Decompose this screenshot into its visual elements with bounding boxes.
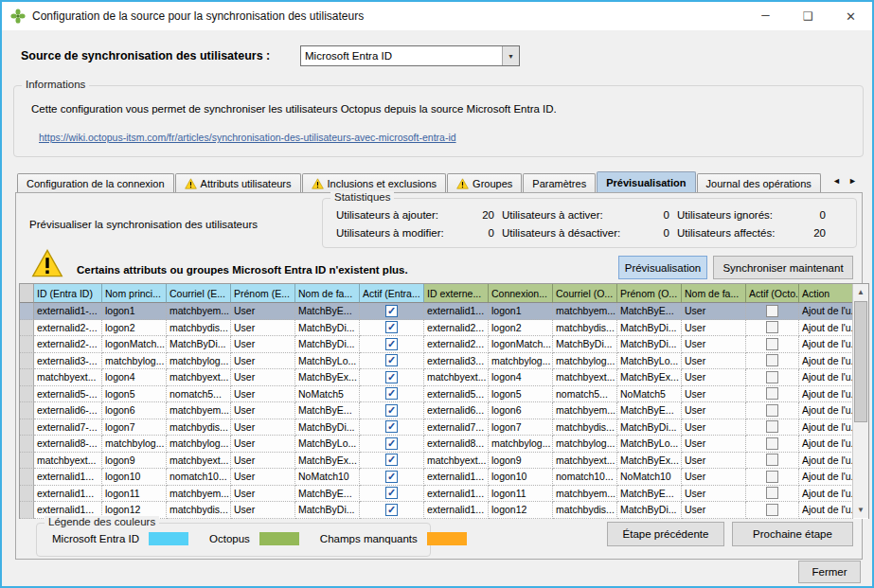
table-cell[interactable]: logon4	[489, 369, 553, 386]
table-cell[interactable]: externalid2-...	[34, 336, 102, 353]
table-cell[interactable]	[746, 453, 799, 470]
table-row-1[interactable]: externalid1-...logon1matchbyem...UserMat…	[20, 303, 868, 320]
table-cell[interactable]: User	[682, 469, 746, 486]
tab-configuration-de-la-connexion[interactable]: Configuration de la connexion	[17, 173, 174, 193]
table-cell[interactable]: MatchByE...	[617, 486, 682, 503]
source-select[interactable]: Microsoft Entra ID ▼	[300, 45, 520, 66]
table-cell[interactable]: matchbyext...	[424, 453, 489, 470]
table-cell[interactable]	[746, 353, 799, 370]
table-cell[interactable]: MatchByE...	[295, 303, 360, 320]
table-cell[interactable]: User	[682, 303, 746, 320]
column-header-action[interactable]: Action	[799, 284, 853, 303]
row-header[interactable]	[20, 453, 34, 470]
column-header-actif-entra[interactable]: Actif (Entra...	[360, 284, 424, 303]
table-cell[interactable]: User	[682, 336, 746, 353]
table-cell[interactable]: ✓	[360, 386, 424, 403]
table-cell[interactable]: User	[231, 303, 295, 320]
table-cell[interactable]	[746, 402, 799, 419]
table-cell[interactable]: Ajout de l'u...	[799, 353, 853, 370]
table-cell[interactable]: matchbylog...	[553, 436, 617, 453]
table-row-7[interactable]: externalid6-...logon6matchbyem...UserMat…	[20, 402, 868, 419]
table-cell[interactable]: logonMatch...	[489, 336, 553, 353]
table-cell[interactable]: externalid6-...	[34, 402, 102, 419]
table-cell[interactable]: matchbylog...	[102, 436, 167, 453]
row-header[interactable]	[20, 386, 34, 403]
table-cell[interactable]: MatchByDi...	[295, 419, 360, 437]
table-cell[interactable]: logon10	[102, 469, 167, 486]
table-cell[interactable]: externalid7...	[424, 419, 489, 437]
checkbox-checked[interactable]: ✓	[385, 305, 398, 317]
preview-button[interactable]: Prévisualisation	[618, 256, 707, 279]
table-cell[interactable]: User	[231, 469, 295, 486]
table-cell[interactable]: MatchByEx...	[295, 369, 360, 386]
checkbox-checked[interactable]: ✓	[385, 454, 398, 466]
close-window-button[interactable]: ✕	[829, 2, 872, 30]
table-cell[interactable]: MatchByLo...	[617, 436, 682, 453]
checkbox-unchecked[interactable]	[766, 420, 778, 433]
table-cell[interactable]: User	[682, 436, 746, 453]
table-cell[interactable]: ✓	[360, 303, 424, 320]
table-cell[interactable]: matchbylog...	[102, 353, 167, 370]
table-cell[interactable]: User	[231, 369, 295, 386]
table-cell[interactable]: externalid2-...	[34, 320, 102, 337]
wiki-link[interactable]: https://wiki.octopus-itsm.com/fr/article…	[39, 132, 456, 143]
table-cell[interactable]: matchbyext...	[553, 369, 617, 386]
checkbox-checked[interactable]: ✓	[385, 404, 398, 417]
table-cell[interactable]: User	[682, 320, 746, 337]
table-cell[interactable]: logon5	[102, 386, 167, 403]
table-cell[interactable]: User	[231, 453, 295, 470]
table-cell[interactable]: matchbylog...	[167, 436, 231, 453]
table-cell[interactable]: nomatch10...	[167, 469, 231, 486]
table-cell[interactable]: matchbyem...	[167, 402, 231, 419]
table-cell[interactable]: matchbydis...	[553, 320, 617, 337]
table-cell[interactable]: matchbydis...	[167, 502, 231, 519]
table-cell[interactable]	[746, 436, 799, 453]
table-cell[interactable]: User	[682, 453, 746, 470]
table-cell[interactable]: externalid2...	[424, 336, 489, 353]
checkbox-unchecked[interactable]	[766, 354, 778, 366]
table-row-3[interactable]: externalid2-...logonMatch...MatchByDi...…	[20, 336, 868, 353]
row-header[interactable]	[20, 353, 34, 370]
table-cell[interactable]	[746, 502, 799, 519]
table-cell[interactable]: matchbyext...	[424, 369, 489, 386]
table-cell[interactable]: User	[231, 336, 295, 353]
close-dialog-button[interactable]: Fermer	[798, 561, 861, 583]
table-cell[interactable]: logon9	[489, 453, 553, 470]
table-cell[interactable]: MatchByDi...	[167, 336, 231, 353]
table-cell[interactable]: MatchByDi...	[295, 336, 360, 353]
table-cell[interactable]: logon10	[489, 469, 553, 486]
table-cell[interactable]: matchbyext...	[34, 369, 102, 386]
checkbox-unchecked[interactable]	[766, 387, 778, 400]
table-cell[interactable]: nomatch5...	[553, 386, 617, 403]
table-row-12[interactable]: externalid1...logon11matchbyem...UserMat…	[20, 486, 868, 503]
checkbox-checked[interactable]: ✓	[385, 338, 398, 350]
table-cell[interactable]: Ajout de l'u...	[799, 303, 853, 320]
table-cell[interactable]: MatchByDi...	[295, 320, 360, 337]
table-cell[interactable]	[746, 386, 799, 403]
table-row-4[interactable]: externalid3-...matchbylog...matchbylog..…	[20, 353, 868, 370]
scrollbar-thumb[interactable]	[854, 301, 867, 422]
table-cell[interactable]: ✓	[360, 402, 424, 419]
table-cell[interactable]: MatchByE...	[295, 486, 360, 503]
table-cell[interactable]: logon1	[489, 303, 553, 320]
column-header-prenom-o[interactable]: Prénom (O...	[617, 284, 682, 303]
table-cell[interactable]: externalid5-...	[34, 386, 102, 403]
table-cell[interactable]: externalid1...	[34, 486, 102, 503]
row-header[interactable]	[20, 402, 34, 419]
table-cell[interactable]: matchbyext...	[553, 453, 617, 470]
table-cell[interactable]: Ajout de l'u...	[799, 369, 853, 386]
table-cell[interactable]: matchbylog...	[167, 353, 231, 370]
table-cell[interactable]: externalid5...	[424, 386, 489, 403]
table-cell[interactable]: User	[231, 353, 295, 370]
table-row-10[interactable]: matchbyext...logon9matchbyext...UserMatc…	[20, 453, 868, 470]
table-cell[interactable]: externalid3-...	[34, 353, 102, 370]
previous-step-button[interactable]: Étape précédente	[607, 522, 724, 546]
table-cell[interactable]: User	[231, 502, 295, 519]
table-cell[interactable]: externalid1...	[424, 303, 489, 320]
checkbox-checked[interactable]: ✓	[385, 487, 398, 499]
tab-previsualisation[interactable]: Prévisualisation	[597, 171, 695, 193]
row-header[interactable]	[20, 502, 34, 519]
table-cell[interactable]: NoMatch10	[295, 469, 360, 486]
table-cell[interactable]: externalid1...	[424, 486, 489, 503]
maximize-button[interactable]: ❑	[787, 2, 829, 30]
